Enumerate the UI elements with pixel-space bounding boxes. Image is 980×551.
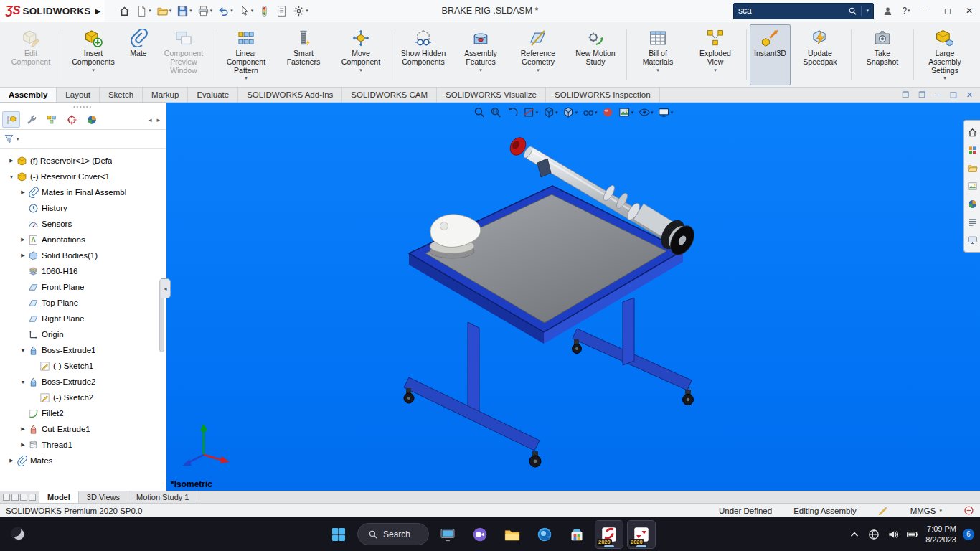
tree-item-sketch2[interactable]: (-) Sketch2 — [0, 390, 166, 405]
bill-of-materials-button[interactable]: Bill of Materials▾ — [630, 24, 686, 85]
zoom-to-fit-button[interactable] — [473, 105, 486, 119]
feature-manager-tab[interactable] — [2, 111, 20, 128]
collapse-arrow-icon[interactable]: ▼ — [19, 348, 27, 353]
taskbar-app-file-explorer-app[interactable] — [499, 521, 526, 548]
print-button[interactable]: ▾ — [195, 4, 215, 19]
collapse-arrow-icon[interactable]: ▼ — [19, 380, 27, 385]
command-search-box[interactable]: ▾ — [733, 3, 874, 19]
solidworks-resources-tab[interactable] — [964, 123, 980, 141]
zoom-to-area-button[interactable] — [489, 105, 503, 119]
component-preview-window-button[interactable]: Component Preview Window — [156, 24, 212, 85]
tab-solidworks-inspection[interactable]: SOLIDWORKS Inspection — [546, 88, 660, 102]
network-icon[interactable] — [867, 528, 880, 541]
expand-arrow-icon[interactable]: ▶ — [19, 442, 27, 448]
doc-new-window-icon[interactable]: ❐ — [902, 90, 909, 100]
status-tag-icon[interactable] — [963, 505, 974, 516]
apply-scene-button[interactable]: ▾ — [618, 105, 635, 119]
expand-arrow-icon[interactable]: ▶ — [19, 189, 27, 195]
tree-item-front-plane[interactable]: Front Plane — [0, 279, 166, 295]
tree-item-origin[interactable]: Origin — [0, 326, 166, 342]
tree-item-mates-in-final-assembl[interactable]: ▶Mates in Final Assembl — [0, 184, 166, 200]
save-button[interactable]: ▾ — [174, 4, 194, 19]
options-button[interactable]: ▾ — [291, 4, 311, 19]
taskbar-app-edrawings-2020[interactable]: 2020 — [628, 521, 655, 548]
appearances-scenes-tab[interactable] — [964, 195, 980, 213]
smart-fasteners-button[interactable]: Smart Fasteners — [275, 24, 331, 85]
volume-icon[interactable] — [887, 528, 900, 541]
tabs-scroll-left-icon[interactable]: ◂ — [149, 116, 152, 123]
tree-item-solid-bodies-1[interactable]: ▶Solid Bodies(1) — [0, 248, 166, 263]
exploded-view-button[interactable]: Exploded View▾ — [687, 24, 743, 85]
taskbar-clock[interactable]: 7:09 PM 8/2/2023 — [925, 524, 956, 545]
tab-assembly[interactable]: Assembly — [0, 88, 57, 102]
taskbar-app-meet-now[interactable] — [466, 521, 494, 548]
window-split-icon[interactable] — [29, 494, 36, 501]
help-button[interactable]: ?▾ — [897, 0, 915, 22]
notification-badge[interactable]: 6 — [963, 529, 974, 540]
expand-arrow-icon[interactable]: ▶ — [7, 158, 16, 164]
file-explorer-tab[interactable] — [964, 159, 980, 177]
tree-item-sketch1[interactable]: (-) Sketch1 — [0, 358, 166, 374]
mate-button[interactable]: Mate — [123, 24, 154, 85]
window-split-icon[interactable] — [3, 494, 10, 501]
tree-item-sensors[interactable]: Sensors — [0, 216, 166, 232]
dimxpert-manager-tab[interactable] — [62, 111, 80, 128]
taskbar-app-microsoft-store[interactable] — [563, 521, 590, 548]
design-library-tab[interactable] — [964, 141, 980, 159]
rebuild-button[interactable] — [256, 4, 273, 19]
window-split-icon[interactable] — [20, 494, 27, 501]
take-snapshot-button[interactable]: Take Snapshot — [854, 24, 910, 85]
doc-restore-icon[interactable]: ❑ — [950, 90, 957, 100]
search-input[interactable] — [738, 6, 844, 16]
new-document-button[interactable]: ▾ — [133, 4, 154, 19]
undo-button[interactable]: ▾ — [215, 4, 235, 19]
tree-item-history[interactable]: History — [0, 200, 166, 216]
logo-flyout-arrow-icon[interactable]: ▶ — [95, 7, 100, 15]
property-manager-tab[interactable] — [22, 111, 40, 128]
tab-solidworks-visualize[interactable]: SOLIDWORKS Visualize — [437, 88, 546, 102]
tab-layout[interactable]: Layout — [57, 88, 100, 102]
widgets-button[interactable] — [6, 522, 30, 546]
tab-markup[interactable]: Markup — [143, 88, 188, 102]
tree-item-1060-h16[interactable]: 1060-H16 — [0, 263, 166, 279]
tab-evaluate[interactable]: Evaluate — [188, 88, 238, 102]
tree-item-boss-extrude1[interactable]: ▼Boss-Extrude1 — [0, 342, 166, 358]
filter-caret-icon[interactable]: ▾ — [17, 136, 19, 142]
search-icon[interactable] — [848, 6, 857, 16]
start-button[interactable] — [325, 521, 352, 548]
home-button[interactable] — [116, 4, 133, 19]
battery-icon[interactable] — [906, 528, 919, 541]
tab-solidworks-add-ins[interactable]: SOLIDWORKS Add-Ins — [238, 88, 342, 102]
doc-cascade-icon[interactable]: ❐ — [918, 90, 925, 100]
tree-item-top-plane[interactable]: Top Plane — [0, 295, 166, 311]
doc-tab-3d-views[interactable]: 3D Views — [79, 491, 128, 503]
tab-solidworks-cam[interactable]: SOLIDWORKS CAM — [342, 88, 437, 102]
view-orientation-button[interactable]: ▾ — [542, 105, 559, 119]
panel-resize-grip[interactable]: •••••• — [0, 103, 166, 110]
expand-arrow-icon[interactable]: ▶ — [19, 237, 27, 242]
search-options-caret-icon[interactable]: ▾ — [866, 8, 869, 14]
reference-geometry-button[interactable]: Reference Geometry▾ — [510, 24, 566, 85]
display-manager-tab[interactable] — [83, 111, 100, 128]
panel-collapse-handle[interactable]: ◂ — [161, 278, 171, 298]
tree-item-right-plane[interactable]: Right Plane — [0, 311, 166, 326]
tree-item-boss-extrude2[interactable]: ▼Boss-Extrude2 — [0, 374, 166, 390]
collapse-arrow-icon[interactable]: ▼ — [7, 174, 16, 179]
close-button[interactable]: ✕ — [958, 0, 980, 22]
doc-tab-motion-study-1[interactable]: Motion Study 1 — [128, 491, 197, 503]
taskbar-app-edge-browser[interactable] — [531, 521, 558, 548]
tabs-scroll-right-icon[interactable]: ▸ — [156, 116, 160, 123]
tree-item-f-reservoir-1-defa[interactable]: ▶(f) Reservoir<1> (Defa — [0, 153, 166, 169]
taskbar-app-desktop-app[interactable] — [434, 521, 461, 548]
new-motion-study-button[interactable]: New Motion Study — [567, 24, 623, 85]
hide-show-items-button[interactable]: ▾ — [581, 105, 598, 119]
tree-item-mates[interactable]: ▶Mates — [0, 453, 166, 468]
move-component-button[interactable]: Move Component▾ — [333, 24, 389, 85]
model-caliper-plate[interactable] — [430, 215, 481, 258]
expand-arrow-icon[interactable]: ▶ — [19, 426, 27, 432]
expand-arrow-icon[interactable]: ▶ — [19, 253, 27, 258]
display-style-button[interactable]: ▾ — [562, 105, 579, 119]
open-button[interactable]: ▾ — [154, 4, 174, 19]
show-hidden-components-button[interactable]: Show Hidden Components — [395, 24, 451, 85]
window-split-icon[interactable] — [11, 494, 19, 501]
